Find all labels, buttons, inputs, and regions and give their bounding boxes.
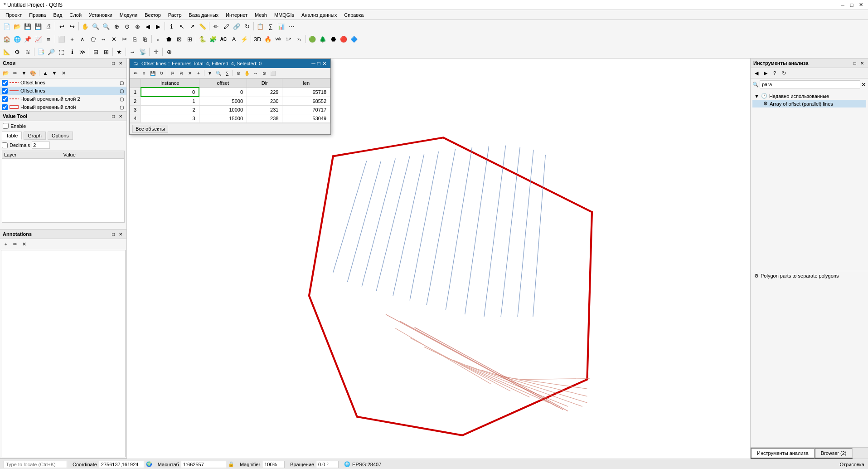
tb2-btn4[interactable]: 📈 [33, 34, 43, 44]
menu-project[interactable]: Проект [2, 11, 25, 19]
identify2-btn[interactable]: ℹ [67, 47, 77, 57]
copy-features-btn[interactable]: ⎘ [130, 34, 140, 44]
delete-selected-btn[interactable]: ✕ [109, 34, 119, 44]
menu-mmqgis[interactable]: MMQGIs [271, 11, 298, 19]
layer-4-expand[interactable]: ▢ [118, 104, 125, 110]
pt-col-btn[interactable]: ⬜ [269, 69, 277, 77]
layer-item-1[interactable]: Offset lines ▢ [0, 78, 126, 87]
pt-multiline-btn[interactable]: ≡ [140, 69, 148, 77]
open-btn[interactable]: 📂 [12, 21, 22, 31]
layer-theme-btn[interactable]: 🎨 [29, 69, 37, 77]
zoom-sel-btn[interactable]: ⊙ [122, 21, 132, 31]
layer-1-checkbox[interactable] [2, 80, 8, 86]
map-canvas[interactable]: 🗂 Offset lines :: Features Total: 4, Fil… [127, 59, 750, 459]
layer-open-btn[interactable]: 📂 [2, 69, 10, 77]
overview-btn[interactable]: ⊟ [91, 47, 101, 57]
edit-node-btn[interactable]: ⬜ [57, 34, 67, 44]
layer-item-3[interactable]: Новый временный слой 2 ▢ [0, 95, 126, 103]
ac-btn[interactable]: AC [218, 34, 228, 44]
at-forward-btn[interactable]: ▶ [761, 69, 770, 77]
layer-up-btn[interactable]: ▲ [41, 69, 49, 77]
menu-settings[interactable]: Установки [85, 11, 116, 19]
decimals-input[interactable] [32, 142, 50, 149]
zoom-in-btn[interactable]: 🔍 [91, 21, 101, 31]
more2-btn[interactable]: ≫ [78, 47, 87, 57]
ann-edit-btn[interactable]: ✏ [11, 240, 19, 248]
all-objects-btn[interactable]: Все объекты [132, 125, 168, 133]
popup-maximize-btn[interactable]: □ [317, 60, 320, 67]
menu-mesh[interactable]: Mesh [251, 11, 271, 19]
vt-enable-checkbox[interactable] [3, 123, 9, 129]
layer-2-checkbox[interactable] [2, 88, 8, 94]
layer-filter-btn[interactable]: ▼ [20, 69, 28, 77]
select-btn[interactable]: ↖ [177, 21, 187, 31]
menu-raster[interactable]: Растр [165, 11, 185, 19]
menu-analysis[interactable]: Анализ данных [298, 11, 340, 19]
ann-close-btn[interactable]: ✕ [117, 231, 124, 237]
pt-save-btn[interactable]: 💾 [149, 69, 157, 77]
identify-btn[interactable]: ℹ [166, 21, 176, 31]
snap-config-btn[interactable]: ⚙ [12, 47, 22, 57]
th-instance[interactable]: instance [141, 79, 199, 88]
pt-clear-btn[interactable]: ⊘ [260, 69, 268, 77]
layer-remove-btn[interactable]: ✕ [59, 69, 68, 77]
row-1-offset[interactable]: 0 [199, 88, 247, 97]
redo-btn[interactable]: ↪ [67, 21, 77, 31]
filter-btn[interactable]: ⬣ [328, 34, 338, 44]
stats-btn[interactable]: 📊 [276, 21, 286, 31]
row-1-len[interactable]: 65718 [282, 88, 330, 97]
pt-search-btn[interactable]: 🔍 [214, 69, 223, 77]
maximize-button[interactable]: □ [848, 1, 855, 9]
layer-3-expand[interactable]: ▢ [118, 96, 125, 102]
wk-btn[interactable]: Wk [273, 34, 283, 44]
row-2-len[interactable]: 68552 [282, 97, 330, 106]
refresh-btn[interactable]: ↻ [242, 21, 252, 31]
tree-recently-used[interactable]: ▼ 🕐 Недавно использованные [752, 92, 866, 100]
pt-zoom-sel-btn[interactable]: ⊙ [234, 69, 242, 77]
snap-btn[interactable]: 🔗 [232, 21, 242, 31]
add-line-btn[interactable]: ∧ [78, 34, 87, 44]
layer-order-btn[interactable]: 📑 [36, 47, 46, 57]
row-3-offset[interactable]: 10000 [199, 106, 247, 114]
measure-btn[interactable]: 📏 [198, 21, 208, 31]
tb2-btn1[interactable]: 🏠 [2, 34, 12, 44]
menu-view[interactable]: Вид [49, 11, 66, 19]
undo-btn[interactable]: ↩ [57, 21, 67, 31]
magnifier-input[interactable] [262, 461, 285, 468]
tb2-btn5[interactable]: ≡ [44, 34, 53, 44]
merge-btn[interactable]: ⊞ [184, 34, 194, 44]
snap-enable-btn[interactable]: 📐 [2, 47, 12, 57]
row-3-instance[interactable]: 2 [141, 106, 199, 114]
bookmark-btn[interactable]: ★ [114, 47, 124, 57]
vt-tab-table[interactable]: Table [2, 132, 22, 140]
row-1-dir[interactable]: 229 [247, 88, 282, 97]
vt-tab-graph[interactable]: Graph [24, 132, 46, 140]
ann-float-btn[interactable]: □ [110, 231, 116, 237]
vertex-editor-btn[interactable]: ⬦ [153, 34, 163, 44]
analysis-tab-tools[interactable]: Инструменты анализа [751, 448, 815, 459]
move-feature-btn[interactable]: ↔ [98, 34, 108, 44]
pt-add-btn[interactable]: + [194, 69, 203, 77]
row-2-instance[interactable]: 1 [141, 97, 199, 106]
layer-4-checkbox[interactable] [2, 104, 8, 110]
menu-database[interactable]: База данных [185, 11, 223, 19]
th-offset[interactable]: offset [199, 79, 247, 88]
zoom-full-btn[interactable]: ⊕ [112, 21, 121, 31]
ann-delete-btn[interactable]: ✕ [20, 240, 28, 248]
decimals-checkbox[interactable] [2, 142, 8, 148]
layer-btn[interactable]: ⊞ [101, 47, 111, 57]
vt-float-btn[interactable]: □ [110, 113, 116, 119]
analysis-search-input[interactable] [760, 80, 860, 88]
gps-btn[interactable]: 📡 [138, 47, 148, 57]
zoom-layer-btn[interactable]: ⊛ [132, 21, 142, 31]
row-3-dir[interactable]: 231 [247, 106, 282, 114]
pt-delete-btn[interactable]: ✕ [186, 69, 194, 77]
pan-btn[interactable]: ✋ [80, 21, 90, 31]
layer-3-checkbox[interactable] [2, 96, 8, 102]
green-btn[interactable]: 🟢 [307, 34, 317, 44]
th-dir[interactable]: Dir [247, 79, 282, 88]
pt-edit-btn[interactable]: ✏ [131, 69, 140, 77]
select2-btn[interactable]: ⬚ [57, 47, 67, 57]
split-btn[interactable]: ⊠ [174, 34, 184, 44]
row-4-instance[interactable]: 3 [141, 114, 199, 123]
